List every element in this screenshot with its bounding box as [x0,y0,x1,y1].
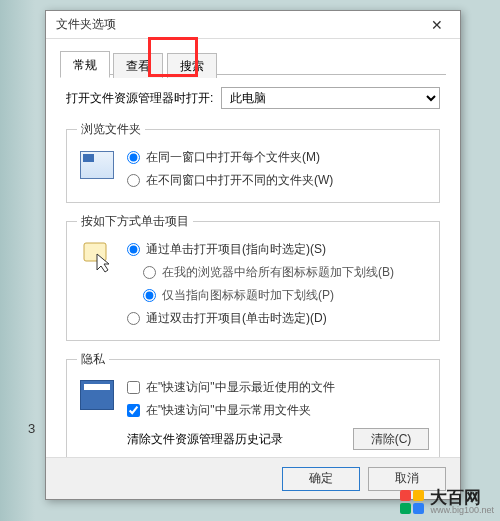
browse-new-window-radio[interactable] [127,174,140,187]
show-recent-option[interactable]: 在"快速访问"中显示最近使用的文件 [127,376,429,399]
browse-same-window-option[interactable]: 在同一窗口中打开每个文件夹(M) [127,146,429,169]
double-click-radio[interactable] [127,312,140,325]
double-click-label: 通过双击打开项目(单击时选定)(D) [146,310,327,327]
titlebar: 文件夹选项 ✕ [46,11,460,39]
dialog-title: 文件夹选项 [56,16,420,33]
ok-button[interactable]: 确定 [282,467,360,491]
dialog-footer: 确定 取消 [46,457,460,499]
click-items-group: 按如下方式单击项目 通过单击打开项目(指向时选定)( [66,213,440,341]
underline-all-radio[interactable] [143,266,156,279]
privacy-group: 隐私 在"快速访问"中显示最近使用的文件 在"快速访问"中显示常用文件夹 [66,351,440,461]
underline-all-label: 在我的浏览器中给所有图标标题加下划线(B) [162,264,394,281]
window-icon [77,148,117,182]
general-panel: 打开文件资源管理器时打开: 此电脑 浏览文件夹 在同一窗口中打开每个文件夹(M) [60,75,446,509]
tab-view[interactable]: 查看 [113,53,163,78]
privacy-legend: 隐私 [77,351,109,368]
show-recent-label: 在"快速访问"中显示最近使用的文件 [146,379,335,396]
close-button[interactable]: ✕ [420,14,454,36]
browse-folders-group: 浏览文件夹 在同一窗口中打开每个文件夹(M) 在不同窗口中打开不同的文件夹(W) [66,121,440,203]
underline-hover-radio[interactable] [143,289,156,302]
background-panel [0,0,35,521]
watermark-name: 大百网 [430,489,494,506]
browse-folders-legend: 浏览文件夹 [77,121,145,138]
browse-new-window-option[interactable]: 在不同窗口中打开不同的文件夹(W) [127,169,429,192]
single-click-option[interactable]: 通过单击打开项目(指向时选定)(S) [127,238,429,261]
cursor-icon [77,240,117,274]
taskbar-icon [77,378,117,412]
click-items-legend: 按如下方式单击项目 [77,213,193,230]
browse-same-window-radio[interactable] [127,151,140,164]
page-number: 3 [28,421,35,436]
browse-same-window-label: 在同一窗口中打开每个文件夹(M) [146,149,320,166]
close-icon: ✕ [431,17,443,33]
explorer-open-select[interactable]: 此电脑 [221,87,440,109]
browse-new-window-label: 在不同窗口中打开不同的文件夹(W) [146,172,333,189]
show-frequent-option[interactable]: 在"快速访问"中显示常用文件夹 [127,399,429,422]
show-frequent-label: 在"快速访问"中显示常用文件夹 [146,402,311,419]
underline-hover-option[interactable]: 仅当指向图标标题时加下划线(P) [143,284,429,307]
explorer-open-row: 打开文件资源管理器时打开: 此电脑 [66,87,440,109]
single-click-label: 通过单击打开项目(指向时选定)(S) [146,241,326,258]
watermark-logo-icon [400,490,424,514]
folder-options-dialog: 文件夹选项 ✕ 常规 查看 搜索 打开文件资源管理器时打开: 此电脑 浏览文件夹 [45,10,461,500]
underline-hover-label: 仅当指向图标标题时加下划线(P) [162,287,334,304]
watermark-url: www.big100.net [430,506,494,515]
double-click-option[interactable]: 通过双击打开项目(单击时选定)(D) [127,307,429,330]
tab-strip: 常规 查看 搜索 [60,51,446,75]
show-recent-checkbox[interactable] [127,381,140,394]
clear-history-label: 清除文件资源管理器历史记录 [127,431,283,448]
single-click-radio[interactable] [127,243,140,256]
tab-general[interactable]: 常规 [60,51,110,78]
show-frequent-checkbox[interactable] [127,404,140,417]
clear-button[interactable]: 清除(C) [353,428,429,450]
explorer-open-label: 打开文件资源管理器时打开: [66,90,213,107]
dialog-content: 常规 查看 搜索 打开文件资源管理器时打开: 此电脑 浏览文件夹 [46,39,460,513]
cancel-button[interactable]: 取消 [368,467,446,491]
underline-all-option[interactable]: 在我的浏览器中给所有图标标题加下划线(B) [143,261,429,284]
watermark: 大百网 www.big100.net [400,489,494,515]
tab-search[interactable]: 搜索 [167,53,217,78]
